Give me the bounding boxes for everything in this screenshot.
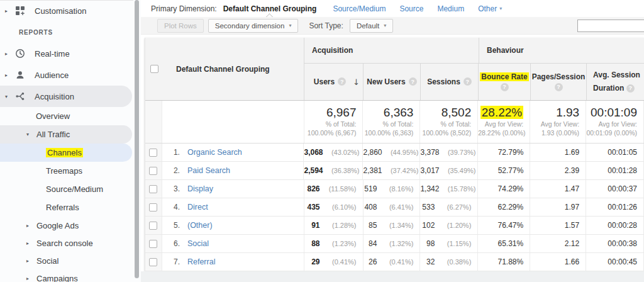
bounce-rate-cell: 71.88% bbox=[478, 253, 530, 271]
avg-duration-cell: 00:00:37 bbox=[586, 180, 644, 198]
row-index: 6. bbox=[174, 235, 187, 252]
table-row: 4.Direct 435(6.10%) 408(6.41%) 533(6.27%… bbox=[145, 198, 644, 217]
chevron-down-icon: ▾ bbox=[5, 94, 15, 99]
column-header-users[interactable]: Users? ↓ bbox=[304, 64, 364, 100]
sidebar-item-label: Real-time bbox=[35, 49, 70, 59]
sidebar-item-treemaps[interactable]: Treemaps bbox=[0, 162, 141, 180]
bounce-rate-cell: 52.77% bbox=[478, 162, 530, 179]
table-row: 6.Social 88(1.23%) 84(1.32%) 98(1.15%) 6… bbox=[145, 235, 644, 253]
sidebar-item-acquisition[interactable]: ▾ Acquisition bbox=[0, 86, 132, 107]
primary-dimension-option-source[interactable]: Source bbox=[399, 4, 423, 13]
sidebar-scrollbar[interactable] bbox=[135, 0, 139, 278]
row-index: 1. bbox=[174, 144, 187, 161]
sidebar-item-customisation[interactable]: ▸ Customisation bbox=[0, 0, 141, 21]
primary-dimension-selected-tab[interactable]: Default Channel Grouping bbox=[223, 4, 317, 13]
chevron-right-icon: ▸ bbox=[5, 51, 15, 57]
totals-avg-duration: 00:01:09 Avg for View: 00:01:09 (0.00%) bbox=[586, 101, 644, 143]
sidebar-item-campaigns[interactable]: ▸ Campaigns bbox=[0, 269, 141, 282]
sidebar: ▸ Customisation REPORTS ▸ Real-time ▸ Au… bbox=[0, 0, 141, 282]
sidebar-item-realtime[interactable]: ▸ Real-time bbox=[0, 43, 141, 64]
sidebar-item-label: Search console bbox=[36, 239, 93, 248]
channel-link[interactable]: Referral bbox=[187, 257, 215, 266]
column-header-sessions[interactable]: Sessions? bbox=[421, 64, 479, 100]
avg-duration-cell: 00:01:05 bbox=[586, 144, 644, 161]
row-index: 3. bbox=[174, 180, 187, 198]
plot-rows-button[interactable]: Plot Rows bbox=[157, 19, 204, 33]
help-icon[interactable]: ? bbox=[338, 77, 346, 86]
pages-session-cell: 2.39 bbox=[530, 162, 586, 179]
row-checkbox[interactable] bbox=[149, 240, 157, 248]
pages-session-cell: 1.66 bbox=[530, 253, 586, 271]
channel-link[interactable]: Direct bbox=[187, 203, 208, 212]
primary-dimension-label: Primary Dimension: bbox=[151, 4, 217, 13]
channel-link[interactable]: (Other) bbox=[187, 221, 213, 230]
analytics-app: ▸ Customisation REPORTS ▸ Real-time ▸ Au… bbox=[0, 0, 644, 282]
totals-users: 6,967 % of Total: 100.00% (6,967) bbox=[304, 101, 364, 143]
sidebar-item-social[interactable]: ▸ Social bbox=[0, 252, 141, 269]
row-index: 2. bbox=[174, 162, 187, 179]
sidebar-item-audience[interactable]: ▸ Audience bbox=[0, 64, 141, 86]
column-header-bounce-rate[interactable]: Bounce Rate ? bbox=[479, 64, 531, 100]
channel-link[interactable]: Display bbox=[187, 184, 213, 193]
page-background bbox=[141, 271, 644, 282]
help-icon[interactable]: ? bbox=[409, 77, 417, 86]
sidebar-item-overview[interactable]: Overview bbox=[0, 107, 141, 125]
table-toolbar: Plot Rows Secondary dimension ▾ Sort Typ… bbox=[141, 17, 644, 35]
bounce-rate-cell: 62.29% bbox=[478, 198, 530, 216]
column-header-avg-session-duration[interactable]: Avg. Session Duration ? bbox=[587, 64, 644, 100]
channel-link[interactable]: Paid Search bbox=[187, 166, 230, 175]
column-header-new-users[interactable]: New Users? bbox=[364, 64, 421, 100]
pages-session-cell: 1.97 bbox=[530, 198, 586, 216]
chevron-down-icon: ▾ bbox=[384, 23, 386, 28]
sidebar-item-source-medium[interactable]: Source/Medium bbox=[0, 180, 141, 198]
chevron-down-icon: ▾ bbox=[289, 23, 291, 28]
totals-pages-session: 1.93 Avg for View: 1.93 (0.00%) bbox=[530, 101, 586, 143]
chevron-right-icon: ▸ bbox=[26, 276, 36, 281]
row-index: 5. bbox=[174, 217, 187, 234]
sidebar-item-label: Treemaps bbox=[46, 166, 82, 176]
row-checkbox[interactable] bbox=[149, 203, 157, 212]
primary-dimension-option-source-medium[interactable]: Source/Medium bbox=[333, 4, 386, 13]
dimension-header-cell: Default Channel Grouping bbox=[145, 38, 304, 100]
sidebar-item-referrals[interactable]: Referrals bbox=[0, 198, 141, 217]
chevron-right-icon: ▸ bbox=[26, 223, 36, 228]
metric-headers: Acquisition Behaviour Users? ↓ New Users… bbox=[304, 38, 644, 100]
help-icon[interactable]: ? bbox=[555, 83, 563, 91]
sort-type-button[interactable]: Default ▾ bbox=[350, 19, 393, 33]
person-icon bbox=[15, 70, 26, 81]
select-all-checkbox[interactable] bbox=[150, 65, 158, 73]
group-header-acquisition: Acquisition bbox=[304, 38, 479, 63]
secondary-dimension-button[interactable]: Secondary dimension ▾ bbox=[208, 19, 299, 33]
channel-link[interactable]: Organic Search bbox=[187, 148, 242, 157]
help-icon[interactable]: ? bbox=[464, 77, 472, 86]
table-search-input[interactable] bbox=[577, 20, 644, 32]
channels-table: Default Channel Grouping Acquisition Beh… bbox=[145, 38, 644, 271]
help-icon[interactable]: ? bbox=[626, 84, 635, 93]
avg-duration-cell: 00:00:28 bbox=[586, 217, 644, 234]
sidebar-item-search-console[interactable]: ▸ Search console bbox=[0, 234, 141, 252]
primary-dimension-option-medium[interactable]: Medium bbox=[437, 4, 464, 13]
column-header-pages-session[interactable]: Pages/Session ? bbox=[531, 64, 587, 100]
sidebar-item-all-traffic[interactable]: ▾ All Traffic bbox=[0, 125, 132, 144]
primary-dimension-option-other[interactable]: Other ▾ bbox=[478, 4, 502, 13]
sidebar-item-google-ads[interactable]: ▸ Google Ads bbox=[0, 217, 141, 234]
bounce-rate-cell: 65.31% bbox=[478, 235, 530, 252]
chevron-right-icon: ▸ bbox=[5, 8, 15, 14]
dimension-column-header[interactable]: Default Channel Grouping bbox=[176, 65, 270, 74]
row-checkbox[interactable] bbox=[149, 149, 157, 157]
clock-icon bbox=[15, 48, 26, 59]
pages-session-cell: 1.57 bbox=[530, 217, 586, 234]
totals-row: 6,967 % of Total: 100.00% (6,967) 6,363 … bbox=[145, 101, 644, 144]
customisation-icon bbox=[15, 6, 26, 16]
help-icon[interactable]: ? bbox=[501, 83, 509, 91]
group-header-behaviour: Behaviour bbox=[479, 38, 644, 63]
channel-link[interactable]: Social bbox=[187, 239, 209, 248]
pages-session-cell: 2.12 bbox=[530, 235, 586, 252]
sidebar-item-label: Overview bbox=[36, 111, 70, 121]
primary-dimension-bar: Primary Dimension: Default Channel Group… bbox=[141, 0, 644, 17]
row-checkbox[interactable] bbox=[149, 185, 157, 193]
row-checkbox[interactable] bbox=[149, 167, 157, 175]
row-checkbox[interactable] bbox=[149, 222, 157, 230]
row-checkbox[interactable] bbox=[149, 258, 157, 266]
sidebar-item-channels[interactable]: Channels bbox=[0, 144, 132, 162]
